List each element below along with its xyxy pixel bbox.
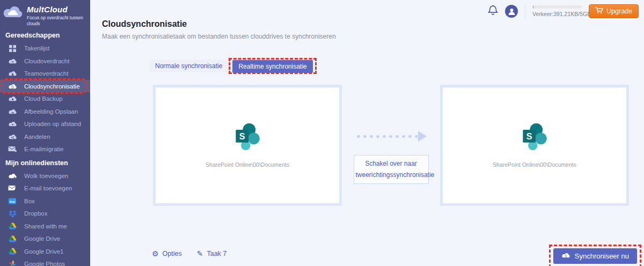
cloud-team-icon <box>8 70 17 77</box>
arrow-right-icon <box>418 131 427 142</box>
google-drive-icon <box>8 248 17 255</box>
sidebar-item-google-photos[interactable]: Google Photos <box>0 257 90 266</box>
sharepoint-icon: S <box>521 123 548 153</box>
switch-button-line1: Schakel over naar <box>356 158 427 169</box>
options-button[interactable]: ⚙ Opties <box>152 250 182 257</box>
cloud-upload-icon <box>8 121 17 127</box>
sidebar-item-label: Google Drive1 <box>24 248 64 255</box>
cloud-sync-icon <box>561 252 570 260</box>
sidebar-item-label: Uploaden op afstand <box>24 121 81 127</box>
sidebar-item-takenlijst[interactable]: Takenlijst <box>0 42 90 55</box>
sync-mode-tabs: Normale synchronisatie Realtime synchron… <box>149 58 317 74</box>
gear-icon: ⚙ <box>152 250 159 257</box>
mail-migrate-icon <box>8 146 17 152</box>
sidebar-item-cloudoverdracht[interactable]: Cloudoverdracht <box>0 55 90 68</box>
task-name-label: Taak 7 <box>207 250 226 257</box>
topbar: Verkeer:391.21KB/5GB Upgrade <box>488 4 639 18</box>
dropbox-icon <box>8 210 17 217</box>
sidebar-item-label: Teamoverdracht <box>24 70 68 77</box>
sync-direction-indicator <box>355 131 427 142</box>
traffic-progress-bar <box>532 5 582 9</box>
sidebar-item-cloud-backup[interactable]: Cloud Backup <box>0 92 90 105</box>
page-subtitle: Maak een synchronisatietaak om bestanden… <box>102 33 336 40</box>
source-cloud-panel[interactable]: S SharePoint Online\00\Documents <box>153 85 342 206</box>
box-icon: box <box>8 198 17 204</box>
dotted-line <box>355 135 418 138</box>
sidebar-item-cloudsynchronisatie[interactable]: Cloudsynchronisatie <box>0 80 90 93</box>
sync-middle-column: Schakel over naar tweerichtingssynchroni… <box>342 85 440 206</box>
sync-row: S SharePoint Online\00\Documents Schakel… <box>153 85 629 206</box>
google-drive-icon <box>8 223 17 230</box>
sidebar-item-shared-with-me[interactable]: Shared with me <box>0 220 90 233</box>
sidebar-item-label: E-mailmigratie <box>24 146 64 152</box>
target-cloud-path: SharePoint Online\00\Documents <box>493 161 576 168</box>
cloud-add-icon <box>8 173 17 179</box>
sidebar-item-label: Takenlijst <box>24 45 49 51</box>
cloud-sync-icon <box>8 83 17 90</box>
upgrade-button[interactable]: Upgrade <box>589 4 639 18</box>
sidebar-item-dropbox[interactable]: Dropbox <box>0 207 90 220</box>
page-title: Cloudsynchronisatie <box>102 19 336 29</box>
svg-text:S: S <box>239 131 245 141</box>
sidebar-item-label: Cloud Backup <box>24 95 63 102</box>
cloud-lock-icon <box>8 95 17 102</box>
app-title: MultCloud <box>27 5 87 14</box>
sidebar: MultCloud Focus op overdracht tussen clo… <box>0 0 90 266</box>
source-cloud-path: SharePoint Online\00\Documents <box>206 161 289 168</box>
sharepoint-icon: S <box>233 123 261 153</box>
sidebar-section-tools: Gereedschappen <box>0 28 90 42</box>
sidebar-item-label: Aandelen <box>24 134 50 140</box>
multcloud-cloud-icon <box>2 4 24 22</box>
sidebar-item-label: Wolk toevoegen <box>24 173 68 179</box>
sidebar-item-label: Google Drive <box>24 235 60 242</box>
sidebar-item-emailmigratie[interactable]: E-mailmigratie <box>0 143 90 156</box>
upgrade-label: Upgrade <box>606 8 632 15</box>
svg-text:S: S <box>526 131 532 141</box>
pencil-icon: ✎ <box>197 250 203 257</box>
traffic-label: Verkeer:391.21KB/5GB <box>532 11 582 17</box>
sidebar-item-label: Google Photos <box>24 261 65 266</box>
tab-realtime-synchronisatie[interactable]: Realtime synchronisatie <box>232 60 312 73</box>
cloud-image-icon <box>8 108 17 115</box>
sidebar-item-box[interactable]: box Box <box>0 195 90 208</box>
logo[interactable]: MultCloud Focus op overdracht tussen clo… <box>0 0 90 28</box>
cloud-transfer-icon <box>8 58 17 64</box>
user-avatar[interactable] <box>505 5 518 18</box>
sidebar-item-email-toevoegen[interactable]: E-mail toevoegen <box>0 182 90 195</box>
svg-text:box: box <box>10 200 16 203</box>
sidebar-item-label: Dropbox <box>24 210 47 217</box>
notification-bell-icon[interactable] <box>488 5 498 18</box>
cart-icon <box>595 7 603 16</box>
task-name-button[interactable]: ✎ Taak 7 <box>197 250 227 257</box>
sync-now-highlight: Synchroniseer nu <box>549 245 641 266</box>
sidebar-item-uploaden-op-afstand[interactable]: Uploaden op afstand <box>0 117 90 130</box>
active-tab-highlight: Realtime synchronisatie <box>229 58 316 74</box>
sidebar-section-onlinediensten: Mijn onlinediensten <box>0 156 90 169</box>
sync-now-button[interactable]: Synchroniseer nu <box>553 248 637 264</box>
google-drive-icon <box>8 235 17 242</box>
task-footer: ⚙ Opties ✎ Taak 7 <box>152 250 226 257</box>
sidebar-item-afbeelding-opslaan[interactable]: Afbeelding Opslaan <box>0 105 90 118</box>
grid-icon <box>8 45 17 52</box>
sidebar-item-label: Cloudsynchronisatie <box>24 83 80 90</box>
options-label: Opties <box>163 250 182 257</box>
google-photos-icon <box>8 260 17 266</box>
traffic-meter: Verkeer:391.21KB/5GB <box>532 5 582 17</box>
topbar-divider <box>525 4 525 18</box>
sidebar-item-wolk-toevoegen[interactable]: Wolk toevoegen <box>0 169 90 182</box>
app-tagline: Focus op overdracht tussen clouds <box>27 15 87 26</box>
sidebar-item-label: Cloudoverdracht <box>24 58 69 64</box>
sidebar-item-google-drive[interactable]: Google Drive <box>0 232 90 245</box>
sidebar-item-teamoverdracht[interactable]: Teamoverdracht <box>0 67 90 80</box>
cloud-share-icon <box>8 134 17 140</box>
sidebar-item-aandelen[interactable]: Aandelen <box>0 130 90 143</box>
switch-button-line2: tweerichtingssynchronisatie <box>356 169 427 181</box>
target-cloud-panel[interactable]: S SharePoint Online\00\Documents <box>440 85 629 206</box>
main-content: Verkeer:391.21KB/5GB Upgrade Cloudsynchr… <box>90 0 644 266</box>
mail-add-icon <box>8 185 17 191</box>
sidebar-item-label: Box <box>24 198 35 204</box>
switch-to-two-way-sync-button[interactable]: Schakel over naar tweerichtingssynchroni… <box>354 155 429 184</box>
sidebar-item-google-drive1[interactable]: Google Drive1 <box>0 245 90 258</box>
tab-normale-synchronisatie[interactable]: Normale synchronisatie <box>149 60 228 72</box>
sidebar-item-label: Afbeelding Opslaan <box>24 108 78 115</box>
